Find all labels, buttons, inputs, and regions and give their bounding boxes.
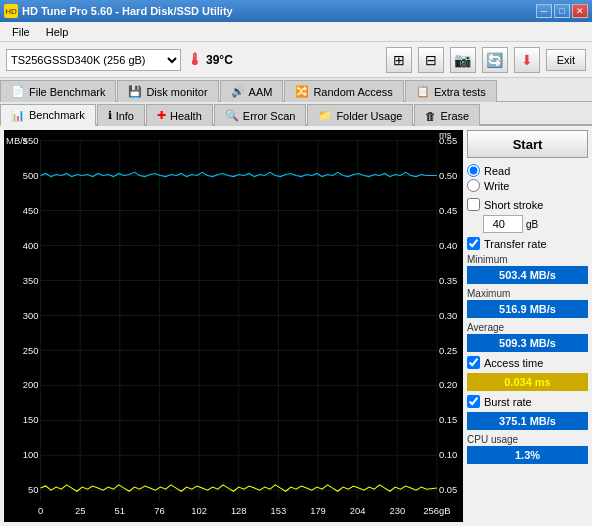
svg-text:50: 50	[28, 484, 38, 495]
average-label: Average	[467, 322, 588, 333]
toolbar-btn-1[interactable]: ⊞	[386, 47, 412, 73]
transfer-rate-option[interactable]: Transfer rate	[467, 237, 588, 250]
transfer-rate-checkbox[interactable]	[467, 237, 480, 250]
tab-folder-usage[interactable]: 📁 Folder Usage	[307, 104, 413, 126]
exit-button[interactable]: Exit	[546, 49, 586, 71]
right-panel: Start Read Write Short stroke gB Transfe…	[467, 126, 592, 526]
svg-text:200: 200	[23, 379, 39, 390]
svg-text:300: 300	[23, 310, 39, 321]
burst-rate-checkbox[interactable]	[467, 395, 480, 408]
svg-text:153: 153	[271, 504, 287, 515]
access-time-option[interactable]: Access time	[467, 356, 588, 369]
burst-rate-value: 375.1 MB/s	[467, 412, 588, 430]
cpu-usage-label: CPU usage	[467, 434, 588, 445]
read-write-options: Read Write	[467, 162, 588, 194]
extra-tests-icon: 📋	[416, 85, 430, 98]
menu-help[interactable]: Help	[38, 24, 77, 40]
minimum-label: Minimum	[467, 254, 588, 265]
disk-selector[interactable]: TS256GSSD340K (256 gB)	[6, 49, 181, 71]
health-icon: ✚	[157, 109, 166, 122]
maximum-value: 516.9 MB/s	[467, 300, 588, 318]
svg-text:204: 204	[350, 504, 366, 515]
folder-usage-icon: 📁	[318, 109, 332, 122]
write-option[interactable]: Write	[467, 179, 588, 192]
svg-text:150: 150	[23, 414, 39, 425]
average-value: 509.3 MB/s	[467, 334, 588, 352]
average-stat: Average 509.3 MB/s	[467, 322, 588, 352]
svg-text:ms: ms	[439, 130, 452, 140]
random-access-icon: 🔀	[295, 85, 309, 98]
tab-file-benchmark[interactable]: 📄 File Benchmark	[0, 80, 116, 102]
error-scan-icon: 🔍	[225, 109, 239, 122]
tab-benchmark[interactable]: 📊 Benchmark	[0, 104, 96, 126]
window-title: HD Tune Pro 5.60 - Hard Disk/SSD Utility	[22, 5, 233, 17]
info-icon: ℹ	[108, 109, 112, 122]
aam-icon: 🔊	[231, 85, 245, 98]
tab-aam[interactable]: 🔊 AAM	[220, 80, 284, 102]
svg-text:51: 51	[115, 504, 125, 515]
svg-text:128: 128	[231, 504, 247, 515]
access-time-checkbox[interactable]	[467, 356, 480, 369]
tab-disk-monitor[interactable]: 💾 Disk monitor	[117, 80, 218, 102]
tab-random-access[interactable]: 🔀 Random Access	[284, 80, 403, 102]
svg-text:76: 76	[154, 504, 164, 515]
tab-benchmark-label: Benchmark	[29, 109, 85, 121]
svg-text:100: 100	[23, 449, 39, 460]
read-label: Read	[484, 165, 510, 177]
toolbar-btn-4[interactable]: 🔄	[482, 47, 508, 73]
short-stroke-option[interactable]: Short stroke	[467, 198, 588, 211]
tab-bar-bottom: 📊 Benchmark ℹ Info ✚ Health 🔍 Error Scan…	[0, 102, 592, 126]
gb-input[interactable]	[483, 215, 523, 233]
svg-text:0.25: 0.25	[439, 344, 457, 355]
svg-text:230: 230	[389, 504, 405, 515]
svg-text:0.05: 0.05	[439, 484, 457, 495]
minimum-stat: Minimum 503.4 MB/s	[467, 254, 588, 284]
svg-text:0.35: 0.35	[439, 275, 457, 286]
tab-disk-monitor-label: Disk monitor	[146, 86, 207, 98]
tab-info[interactable]: ℹ Info	[97, 104, 145, 126]
svg-text:102: 102	[191, 504, 207, 515]
write-radio[interactable]	[467, 179, 480, 192]
close-button[interactable]: ✕	[572, 4, 588, 18]
burst-rate-option[interactable]: Burst rate	[467, 395, 588, 408]
cpu-usage-value: 1.3%	[467, 446, 588, 464]
svg-text:0: 0	[38, 504, 43, 515]
svg-text:250: 250	[23, 344, 39, 355]
toolbar-btn-2[interactable]: ⊟	[418, 47, 444, 73]
read-option[interactable]: Read	[467, 164, 588, 177]
tab-extra-tests-label: Extra tests	[434, 86, 486, 98]
tab-bar-top: 📄 File Benchmark 💾 Disk monitor 🔊 AAM 🔀 …	[0, 78, 592, 102]
minimum-value: 503.4 MB/s	[467, 266, 588, 284]
main-content: 550 500 450 400 350 300 250 200 150 100 …	[0, 126, 592, 526]
app-icon: HD	[4, 4, 18, 18]
cpu-usage-stat: CPU usage 1.3%	[467, 434, 588, 464]
svg-text:500: 500	[23, 170, 39, 181]
tab-health[interactable]: ✚ Health	[146, 104, 213, 126]
menu-bar: File Help	[0, 22, 592, 42]
tab-erase[interactable]: 🗑 Erase	[414, 104, 480, 126]
tab-extra-tests[interactable]: 📋 Extra tests	[405, 80, 497, 102]
toolbar-btn-5[interactable]: ⬇	[514, 47, 540, 73]
short-stroke-checkbox[interactable]	[467, 198, 480, 211]
access-time-stat: 0.034 ms	[467, 373, 588, 391]
maximum-label: Maximum	[467, 288, 588, 299]
toolbar-btn-3[interactable]: 📷	[450, 47, 476, 73]
svg-text:MB/s: MB/s	[6, 135, 28, 146]
read-radio[interactable]	[467, 164, 480, 177]
svg-text:400: 400	[23, 240, 39, 251]
start-button[interactable]: Start	[467, 130, 588, 158]
tab-error-scan[interactable]: 🔍 Error Scan	[214, 104, 307, 126]
temperature-display: 🌡 39°C	[187, 51, 233, 69]
benchmark-chart: 550 500 450 400 350 300 250 200 150 100 …	[4, 130, 463, 522]
tab-folder-usage-label: Folder Usage	[336, 110, 402, 122]
menu-file[interactable]: File	[4, 24, 38, 40]
svg-text:0.30: 0.30	[439, 310, 457, 321]
burst-rate-label: Burst rate	[484, 396, 532, 408]
svg-text:0.10: 0.10	[439, 449, 457, 460]
tab-error-scan-label: Error Scan	[243, 110, 296, 122]
minimize-button[interactable]: ─	[536, 4, 552, 18]
tab-random-access-label: Random Access	[313, 86, 392, 98]
maximize-button[interactable]: □	[554, 4, 570, 18]
transfer-rate-label: Transfer rate	[484, 238, 547, 250]
tab-erase-label: Erase	[440, 110, 469, 122]
